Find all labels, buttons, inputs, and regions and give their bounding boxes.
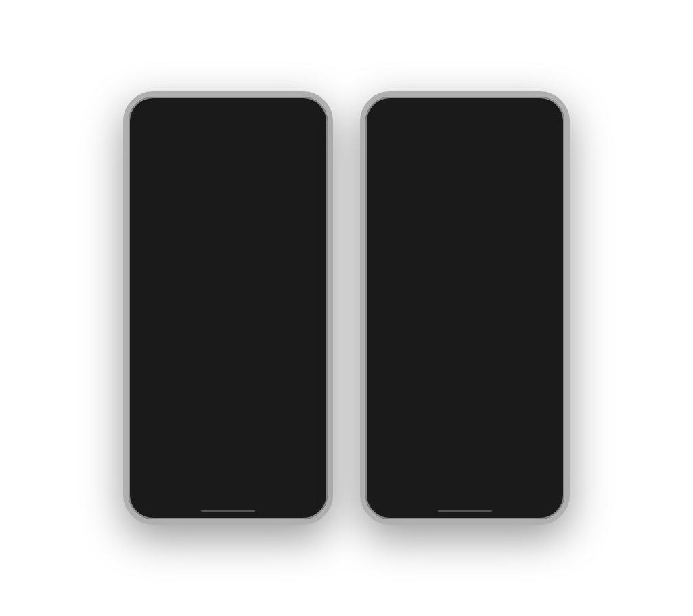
status-icons-gary: 4G bbox=[513, 104, 551, 112]
svg-rect-25 bbox=[393, 507, 401, 510]
link-tunein[interactable]: TuneIn bbox=[365, 492, 564, 519]
browser-title-gary: Gary Vaynerchuk | Linktree linktr.ee bbox=[387, 117, 538, 134]
link-puma[interactable]: SG× Shop SG x PUMA bbox=[137, 449, 319, 484]
link-text-youtube: Official RARE Album Playlist on YouTube bbox=[175, 417, 313, 438]
link-text-spotify: Spotify bbox=[416, 282, 554, 292]
link-text-rare: Listen to my new album RARE bbox=[175, 343, 313, 354]
svg-point-18 bbox=[385, 428, 390, 433]
battery-selena bbox=[300, 104, 314, 112]
status-bar-gary: 21:29 4G bbox=[365, 97, 564, 114]
svg-rect-27 bbox=[383, 515, 401, 517]
gary-content: Gary Vaynerchuk bbox=[365, 137, 564, 519]
link-beauty[interactable]: RareBeauty Rare Beauty Coming Summer 202… bbox=[137, 488, 319, 519]
link-text-puma: Shop SG x PUMA bbox=[175, 461, 313, 472]
stitcher-icon: STITCHER bbox=[376, 363, 406, 393]
phone-screen-gary: 21:29 4G ✕ Gary Vaynerchuk | Linktree li… bbox=[365, 97, 564, 519]
status-icons-selena: 4G bbox=[276, 104, 314, 112]
link-text-itunes: iTunes bbox=[416, 236, 554, 247]
link-text-store: Shop my Official Store bbox=[175, 382, 313, 393]
svg-rect-28 bbox=[383, 519, 394, 519]
battery-gary bbox=[537, 104, 551, 112]
store-icon: RARE bbox=[143, 376, 168, 400]
avatar-selena bbox=[201, 158, 255, 212]
link-text-iheartradio: iHeartRadio bbox=[416, 463, 554, 474]
network-gary: 4G bbox=[526, 104, 535, 112]
gary-header: Gary Vaynerchuk bbox=[365, 137, 564, 220]
svg-rect-9 bbox=[376, 272, 406, 302]
link-itunes[interactable]: iTunes bbox=[365, 220, 564, 265]
puma-icon: SG× bbox=[143, 454, 168, 479]
link-text-soundcloud: SoundCloud bbox=[416, 327, 554, 338]
close-button-gary[interactable]: ✕ bbox=[374, 120, 382, 131]
link-text-tunein: TuneIn bbox=[416, 508, 554, 519]
time-selena: 21:29 bbox=[142, 104, 161, 112]
link-soundcloud[interactable]: SoundCloud bbox=[365, 311, 564, 356]
link-youtube[interactable]: Official RARE Album Playlist on YouTube bbox=[137, 410, 319, 445]
rare-album-icon: 💿 bbox=[143, 336, 168, 361]
link-text-overcast: Overcast bbox=[416, 418, 554, 428]
youtube-icon bbox=[143, 415, 168, 439]
link-overcast[interactable]: Overcast bbox=[365, 401, 564, 447]
spotify-icon bbox=[376, 272, 406, 302]
gary-links: iTunes Spotify bbox=[365, 220, 564, 519]
more-button-selena[interactable]: ··· bbox=[307, 120, 319, 132]
feel-me-icon: FEELME bbox=[143, 297, 168, 322]
browser-nav-selena: ✕ @selenagomez | Linktree linktr.ee ··· bbox=[129, 114, 328, 137]
link-feel-me[interactable]: FEELME Listen to 'Feel Me' bbox=[137, 292, 319, 327]
phone-selena: 21:29 4G ✕ @selenagomez | Linktree linkt… bbox=[123, 91, 333, 525]
itunes-icon bbox=[376, 227, 406, 257]
link-stitcher[interactable]: STITCHER Stitcher bbox=[365, 356, 564, 401]
avatar-gary bbox=[441, 148, 489, 196]
link-store[interactable]: RARE Shop my Official Store bbox=[137, 370, 319, 405]
svg-text:STITCHER: STITCHER bbox=[379, 376, 406, 383]
more-button-gary[interactable]: ··· bbox=[543, 120, 556, 132]
time-gary: 21:29 bbox=[379, 104, 398, 112]
link-spotify[interactable]: Spotify bbox=[365, 265, 564, 311]
svg-rect-24 bbox=[383, 507, 391, 514]
browser-nav-gary: ✕ Gary Vaynerchuk | Linktree linktr.ee ·… bbox=[365, 114, 564, 137]
network-selena: 4G bbox=[289, 104, 298, 112]
iheartradio-icon bbox=[376, 454, 406, 483]
browser-title-selena: @selenagomez | Linktree linktr.ee bbox=[150, 117, 301, 134]
selena-content: @selenagomez FEELME Listen to 'Feel Me' … bbox=[129, 137, 328, 519]
svg-point-8 bbox=[385, 244, 390, 250]
svg-rect-14 bbox=[380, 383, 402, 384]
svg-text:SG×: SG× bbox=[146, 466, 158, 473]
close-button-selena[interactable]: ✕ bbox=[137, 120, 145, 131]
link-text-feel-me: Listen to 'Feel Me' bbox=[175, 304, 313, 315]
status-bar-selena: 21:29 4G bbox=[129, 97, 328, 114]
selena-hero: @selenagomez bbox=[129, 137, 328, 286]
phone-screen-selena: 21:29 4G ✕ @selenagomez | Linktree linkt… bbox=[129, 97, 328, 519]
overcast-icon bbox=[376, 408, 406, 438]
phone-gary: 21:29 4G ✕ Gary Vaynerchuk | Linktree li… bbox=[360, 91, 570, 525]
link-text-beauty: Rare Beauty Coming Summer 2020 bbox=[175, 500, 313, 511]
username-selena: @selenagomez bbox=[198, 265, 259, 276]
link-iheartradio[interactable]: iHeartRadio bbox=[365, 447, 564, 492]
link-rare-album[interactable]: 💿 Listen to my new album RARE bbox=[137, 331, 319, 366]
svg-rect-26 bbox=[393, 511, 401, 514]
tunein-icon bbox=[376, 499, 406, 519]
soundcloud-icon bbox=[376, 317, 406, 347]
beauty-icon: RareBeauty bbox=[143, 493, 168, 518]
selena-links: FEELME Listen to 'Feel Me' 💿 Listen to m… bbox=[129, 286, 328, 519]
signal-gary bbox=[513, 104, 523, 111]
signal-selena bbox=[276, 104, 286, 111]
gary-name: Gary Vaynerchuk bbox=[428, 201, 501, 212]
link-text-stitcher: Stitcher bbox=[416, 372, 554, 383]
